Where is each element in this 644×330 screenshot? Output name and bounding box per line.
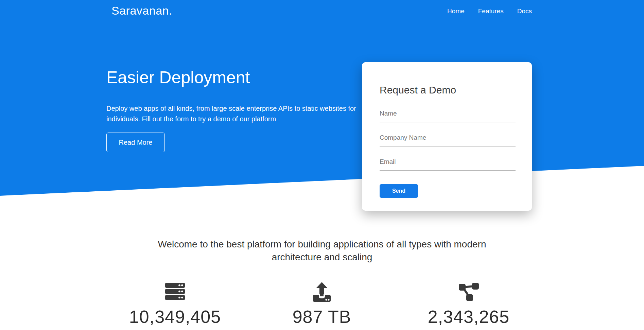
nav-item-docs[interactable]: Docs xyxy=(517,7,532,15)
intro-text: Welcome to the best platform for buildin… xyxy=(0,238,644,264)
stat-network: 2,343,265 xyxy=(395,282,542,327)
network-icon xyxy=(395,282,542,303)
hero-content: Easier Deployment Deploy web apps of all… xyxy=(106,67,365,152)
landing-page: Saravanan. Home Features Docs Easier Dep… xyxy=(0,0,644,330)
brand-logo: Saravanan. xyxy=(111,4,172,17)
send-button[interactable]: Send xyxy=(380,184,418,198)
stat-value: 987 TB xyxy=(248,307,395,327)
hero-title: Easier Deployment xyxy=(106,67,365,88)
stat-storage: 987 TB xyxy=(248,282,395,327)
read-more-button[interactable]: Read More xyxy=(106,133,165,152)
nav-item-features[interactable]: Features xyxy=(478,7,504,15)
hero-description: Deploy web apps of all kinds, from large… xyxy=(106,103,358,124)
email-input[interactable] xyxy=(380,156,516,171)
hero-section: Saravanan. Home Features Docs Easier Dep… xyxy=(0,0,644,196)
demo-card-title: Request a Demo xyxy=(380,84,516,96)
company-name-input[interactable] xyxy=(380,132,516,146)
stat-value: 2,343,265 xyxy=(395,307,542,327)
stats-row: 10,349,405 987 TB xyxy=(102,282,542,327)
stat-value: 10,349,405 xyxy=(102,307,248,327)
name-input[interactable] xyxy=(380,108,516,122)
request-demo-card: Request a Demo Send xyxy=(362,62,532,211)
main-nav: Home Features Docs xyxy=(447,7,532,15)
top-navbar: Saravanan. Home Features Docs xyxy=(0,0,644,22)
upload-icon xyxy=(248,282,395,303)
stat-servers: 10,349,405 xyxy=(102,282,248,327)
server-icon xyxy=(102,282,248,303)
nav-item-home[interactable]: Home xyxy=(447,7,465,15)
